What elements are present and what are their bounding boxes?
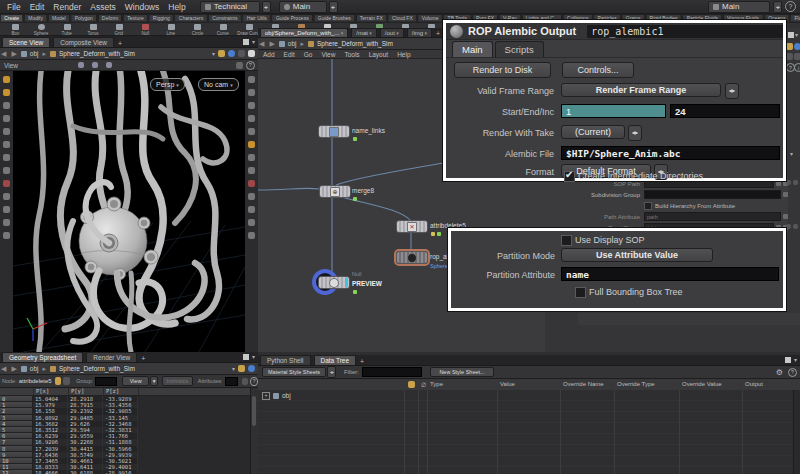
viewport-tool-icon[interactable] bbox=[3, 232, 10, 239]
viewport-tool-icon[interactable] bbox=[248, 102, 255, 109]
shelf-tool[interactable]: Torus bbox=[80, 23, 106, 36]
build-hierarchy-checkbox[interactable] bbox=[644, 202, 652, 210]
path-node[interactable]: Sphere_Deform_with_Sim bbox=[59, 50, 135, 57]
projection-button[interactable]: Persp bbox=[150, 78, 185, 91]
shelf-tab[interactable]: Hair Utils bbox=[242, 14, 271, 21]
display-flag-icon[interactable] bbox=[345, 278, 348, 287]
pane-tab[interactable]: Geometry Spreadsheet bbox=[2, 352, 83, 362]
column-header[interactable]: P[y] bbox=[69, 388, 104, 395]
table-row[interactable]: 12 18.4666 30.6188 -28.9916 bbox=[0, 470, 258, 474]
shelf-tool[interactable]: Line bbox=[158, 23, 184, 36]
add-network-tab-button[interactable]: + bbox=[433, 30, 443, 37]
viewport-tool-icon[interactable] bbox=[248, 206, 255, 213]
view-dropdown-arrow-icon[interactable]: ▾ bbox=[150, 376, 158, 386]
pane-tab[interactable]: Scene View bbox=[2, 37, 50, 47]
node-value[interactable]: attribdelete5 bbox=[19, 378, 52, 384]
viewport-tool-icon[interactable] bbox=[248, 89, 255, 96]
row-number[interactable]: 12 bbox=[0, 470, 33, 474]
node-flag-icon[interactable] bbox=[353, 197, 357, 201]
shelf-tab[interactable]: Create bbox=[0, 14, 23, 21]
column-header[interactable]: Value bbox=[500, 381, 515, 387]
link-icon[interactable] bbox=[248, 365, 255, 372]
network-menu-item[interactable]: Help bbox=[397, 51, 410, 58]
network-menu-item[interactable]: View bbox=[321, 51, 335, 58]
help-icon[interactable]: ? bbox=[788, 368, 797, 377]
back-icon[interactable]: ◀ bbox=[0, 365, 7, 373]
desktop-right-spinner[interactable] bbox=[773, 1, 782, 13]
path-node[interactable]: Sphere_Deform_with_Sim bbox=[317, 40, 393, 47]
pin-icon[interactable] bbox=[218, 50, 225, 57]
help-icon[interactable]: ? bbox=[785, 1, 796, 12]
network-menu-item[interactable]: Go bbox=[304, 51, 313, 58]
crosshair-icon[interactable] bbox=[236, 62, 243, 69]
viewport-tool-icon[interactable] bbox=[3, 206, 10, 213]
attributes-field[interactable] bbox=[225, 377, 239, 386]
pane-menu-icon[interactable]: ▾ bbox=[252, 353, 255, 360]
add-pane-tab-button[interactable]: + bbox=[357, 358, 367, 365]
table-scrollbar[interactable] bbox=[250, 388, 258, 474]
subdivision-group-field[interactable] bbox=[644, 190, 781, 199]
path-attribute-field[interactable]: path bbox=[644, 212, 781, 221]
node-flag-icon[interactable] bbox=[353, 290, 357, 294]
forward-icon[interactable]: ▶ bbox=[10, 50, 17, 58]
create-dirs-checkbox[interactable] bbox=[564, 171, 575, 182]
viewport-tool-icon[interactable] bbox=[248, 232, 255, 239]
network-tab[interactable]: /out bbox=[380, 28, 404, 37]
desktop-selector-right[interactable]: Main bbox=[708, 1, 770, 13]
follow-icon[interactable] bbox=[63, 377, 70, 385]
pane-tab[interactable]: Render View bbox=[86, 352, 137, 362]
node-flag-icon[interactable] bbox=[437, 232, 441, 236]
view-dropdown[interactable]: View bbox=[122, 376, 149, 386]
layout-selector[interactable]: Technical bbox=[200, 1, 260, 13]
viewport-tool-icon[interactable] bbox=[3, 219, 10, 226]
link-icon[interactable] bbox=[228, 50, 235, 57]
clip-icon[interactable] bbox=[786, 180, 791, 185]
network-menu-item[interactable]: Add bbox=[263, 51, 275, 58]
intrinsics-dropdown[interactable]: Intrinsics bbox=[162, 376, 193, 386]
desktop-spinner[interactable] bbox=[329, 1, 338, 13]
network-tab[interactable]: /mat bbox=[351, 28, 377, 37]
shelf-tab[interactable]: Guide Brushes bbox=[314, 14, 355, 21]
maximize-pane-icon[interactable] bbox=[243, 39, 249, 45]
snapshot-icon[interactable] bbox=[238, 50, 245, 57]
link-icon[interactable] bbox=[794, 43, 800, 50]
node-flag-icon[interactable] bbox=[431, 232, 435, 236]
display-options-icon[interactable] bbox=[248, 50, 255, 57]
pin-node-icon[interactable] bbox=[55, 377, 62, 385]
column-header[interactable]: Override Name bbox=[563, 381, 604, 387]
path-root[interactable]: obj bbox=[30, 365, 39, 372]
end-frame-field[interactable]: 24 bbox=[670, 104, 780, 118]
viewport-tool-icon[interactable] bbox=[248, 76, 255, 83]
menu-item[interactable]: Windows bbox=[125, 2, 159, 12]
viewport-tool-icon[interactable] bbox=[3, 167, 10, 174]
layout-spinner[interactable] bbox=[262, 1, 271, 13]
menu-item[interactable]: Edit bbox=[30, 2, 45, 12]
search-icon[interactable] bbox=[786, 53, 793, 60]
select-tool-icon[interactable] bbox=[78, 62, 84, 68]
partition-mode-dropdown[interactable]: Use Attribute Value bbox=[561, 248, 713, 262]
node-name-field[interactable]: rop_alembic1 bbox=[587, 25, 783, 38]
pane-tab[interactable]: Python Shell bbox=[260, 355, 311, 365]
path-root[interactable]: obj bbox=[30, 50, 39, 57]
pane-menu-icon[interactable]: ▾ bbox=[795, 31, 798, 38]
node-chooser-icon[interactable] bbox=[776, 181, 781, 186]
column-header[interactable]: P[x] bbox=[34, 388, 69, 395]
camera-button[interactable]: No cam bbox=[198, 78, 239, 91]
render-to-disk-button[interactable]: Render to Disk bbox=[454, 62, 551, 78]
filter-field[interactable] bbox=[362, 367, 422, 377]
take-spinner[interactable] bbox=[628, 125, 642, 141]
path-dropdown-icon[interactable]: ▾ bbox=[212, 50, 215, 57]
shelf-tool[interactable]: Curve bbox=[210, 23, 236, 36]
start-frame-field[interactable]: 1 bbox=[561, 104, 666, 118]
datatree-body[interactable]: + obj bbox=[258, 390, 800, 474]
shelf-tool[interactable]: Sphere bbox=[28, 23, 54, 36]
viewport-tool-icon[interactable] bbox=[3, 102, 10, 109]
path-dropdown-icon[interactable]: ▾ bbox=[232, 365, 235, 372]
viewport-tool-icon[interactable] bbox=[3, 180, 10, 187]
shelf-tab[interactable]: Characters bbox=[175, 14, 208, 21]
shelf-tab[interactable]: Model bbox=[48, 14, 70, 21]
shelf-tool[interactable]: Box bbox=[2, 23, 28, 36]
add-pane-tab-button[interactable]: + bbox=[115, 40, 125, 47]
flags-column-icon[interactable] bbox=[408, 381, 415, 388]
shelf-tab[interactable]: Modify bbox=[24, 14, 47, 21]
